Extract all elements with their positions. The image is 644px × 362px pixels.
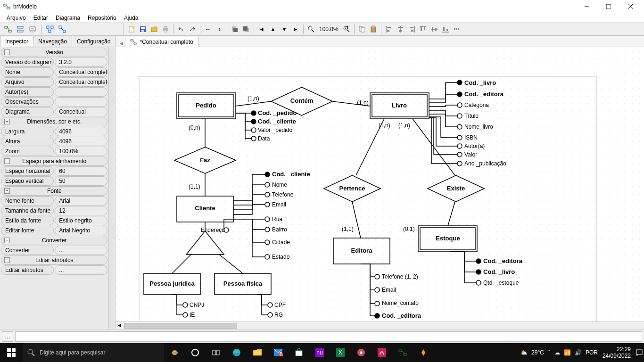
prop-value[interactable]: 3.2.0 xyxy=(55,58,107,67)
taskbar-chrome-icon[interactable] xyxy=(351,343,372,362)
redo-icon[interactable] xyxy=(187,24,198,34)
align-h-icon[interactable]: ↔ xyxy=(203,24,213,34)
taskbar-app[interactable]: 🐵 xyxy=(164,343,185,362)
prop-value[interactable]: 50 xyxy=(55,176,107,186)
taskbar-brmodelo-icon[interactable] xyxy=(392,343,413,362)
align-bottom-edges-icon[interactable] xyxy=(440,24,451,34)
prop-value[interactable]: 4096 xyxy=(55,127,107,136)
distribute-icon[interactable] xyxy=(452,24,462,34)
collapse-icon[interactable]: − xyxy=(4,257,10,263)
prop-value[interactable]: 60 xyxy=(55,166,107,176)
section-versao[interactable]: −Versão xyxy=(1,48,107,57)
undo-icon[interactable] xyxy=(176,24,186,34)
new-icon[interactable] xyxy=(126,24,137,34)
print-icon[interactable] xyxy=(160,24,171,34)
model-conceptual-icon[interactable] xyxy=(3,24,13,34)
prop-value[interactable]: Estilo negrito xyxy=(55,216,107,225)
tab-inspector[interactable]: Inspector xyxy=(0,36,33,47)
collapse-icon[interactable]: − xyxy=(4,158,10,164)
open-icon[interactable] xyxy=(149,24,159,34)
tray-chevron-up-icon[interactable]: ˄ xyxy=(548,349,551,356)
taskbar-app-generic[interactable] xyxy=(413,343,434,362)
prop-value[interactable]: Conceitual completo.brM xyxy=(55,77,107,87)
notifications-icon[interactable] xyxy=(635,349,644,356)
tab-scroll-left-icon[interactable]: ◄ xyxy=(117,40,125,47)
clone-icon[interactable] xyxy=(57,24,67,34)
section-converter[interactable]: −Converter xyxy=(1,236,107,245)
prop-value[interactable]: Arial Negrito xyxy=(55,226,107,235)
menu-ajuda[interactable]: Ajuda xyxy=(120,14,142,22)
nav-left-icon[interactable]: ◄ xyxy=(256,24,267,34)
nav-right-icon[interactable]: ► xyxy=(290,24,301,34)
menu-repositorio[interactable]: Repositório xyxy=(84,14,120,22)
section-editar-atributos[interactable]: −Editar atributos xyxy=(1,255,107,265)
taskbar-edge-icon[interactable] xyxy=(226,343,247,362)
align-center-v-icon[interactable] xyxy=(429,24,439,34)
prop-value[interactable] xyxy=(55,97,107,107)
prop-value[interactable]: Conceitual completo xyxy=(55,67,107,77)
tray-volume-icon[interactable]: 🔊 xyxy=(575,349,582,356)
taskbar-taskview-icon[interactable] xyxy=(206,343,226,362)
prop-value[interactable]: 100.0% xyxy=(55,147,107,156)
bring-front-icon[interactable] xyxy=(230,24,240,34)
model-logical-icon[interactable] xyxy=(15,24,25,34)
nav-down-icon[interactable]: ▼ xyxy=(279,24,289,34)
taskbar-search[interactable]: Digite aqui para pesquisar xyxy=(23,343,164,362)
prop-value[interactable]: ... xyxy=(55,246,107,255)
maximize-button[interactable] xyxy=(598,0,619,13)
document-tab[interactable]: *Conceitual completo xyxy=(125,37,198,47)
close-button[interactable] xyxy=(619,0,641,13)
send-back-icon[interactable] xyxy=(241,24,251,34)
prop-value[interactable] xyxy=(55,87,107,97)
collapse-icon[interactable]: − xyxy=(4,238,10,243)
menu-editar[interactable]: Editar xyxy=(30,14,52,22)
collapse-icon[interactable]: − xyxy=(4,49,10,55)
tab-navegacao[interactable]: Navegação xyxy=(33,36,72,47)
start-button[interactable] xyxy=(0,343,23,362)
zoom-icon[interactable] xyxy=(306,24,316,34)
taskbar-app-generic[interactable] xyxy=(372,343,392,362)
model-physical-icon[interactable] xyxy=(27,24,38,34)
scroll-thumb[interactable] xyxy=(124,323,237,329)
section-dimensoes[interactable]: −Dimensões, cor e etc. xyxy=(1,117,107,126)
organize-icon[interactable] xyxy=(45,24,55,34)
copy-icon[interactable] xyxy=(357,24,367,34)
paste-icon[interactable] xyxy=(368,24,379,34)
tray-onedrive-icon[interactable]: ☁ xyxy=(554,349,560,356)
taskbar-mail-icon[interactable]: 6 xyxy=(268,343,289,362)
status-indicator[interactable]: … xyxy=(2,331,13,342)
tray-network-icon[interactable]: 📶 xyxy=(564,349,571,356)
align-center-h-icon[interactable] xyxy=(395,24,405,34)
save-icon[interactable] xyxy=(138,24,148,34)
section-espaco[interactable]: −Espaço para alinhamento xyxy=(1,156,107,166)
tray-language[interactable]: POR xyxy=(586,349,598,356)
taskbar-store-icon[interactable] xyxy=(289,343,309,362)
prop-value[interactable]: ... xyxy=(55,265,107,275)
horizontal-scrollbar[interactable]: ◄ ► xyxy=(116,321,644,329)
taskbar-nubank-icon[interactable]: nu xyxy=(309,343,330,362)
minimize-button[interactable] xyxy=(576,0,598,13)
prop-value[interactable]: Conceitual xyxy=(55,107,107,116)
taskbar-cortana-icon[interactable] xyxy=(185,343,206,362)
zoom-reset-icon[interactable]: ↺ xyxy=(341,24,352,34)
align-left-edges-icon[interactable] xyxy=(384,24,394,34)
align-v-icon[interactable]: ↕ xyxy=(214,24,224,34)
scroll-left-icon[interactable]: ◄ xyxy=(116,322,123,329)
align-top-edges-icon[interactable] xyxy=(418,24,428,34)
prop-value[interactable]: 12 xyxy=(55,206,107,215)
prop-value[interactable]: 4096 xyxy=(55,137,107,146)
canvas-viewport[interactable]: Pedido Livro Cliente Editora Estoque Pes… xyxy=(116,47,644,321)
menu-diagrama[interactable]: Diagrama xyxy=(52,14,84,22)
sidebar-scrollbar[interactable] xyxy=(108,47,115,329)
prop-value[interactable]: Arial xyxy=(55,196,107,206)
collapse-icon[interactable]: − xyxy=(4,119,10,124)
diagram-canvas[interactable]: Pedido Livro Cliente Editora Estoque Pes… xyxy=(116,47,644,321)
align-right-edges-icon[interactable] xyxy=(406,24,417,34)
section-fonte[interactable]: −Fonte xyxy=(1,186,107,196)
taskbar-explorer-icon[interactable] xyxy=(247,343,268,362)
collapse-icon[interactable]: − xyxy=(4,188,10,194)
tab-configuracao[interactable]: Configuração xyxy=(72,36,116,47)
taskbar-clock[interactable]: 22:29 24/09/2022 xyxy=(603,346,635,360)
system-tray[interactable]: ⛅ 29°C ˄ ☁ 📶 🔊 POR xyxy=(516,349,603,356)
menu-arquivo[interactable]: Arquivo xyxy=(3,14,30,22)
